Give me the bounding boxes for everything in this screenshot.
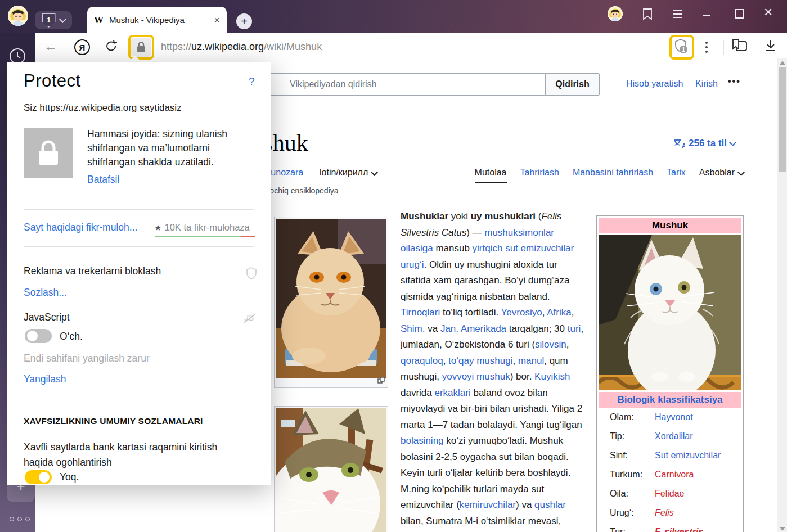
taxonomy-value-link[interactable]: Felidae	[655, 489, 684, 499]
tab-counter-button[interactable]: 1	[35, 11, 72, 29]
article-link[interactable]: kemiruvchilar	[460, 499, 516, 510]
scroll-down-icon[interactable]	[780, 527, 785, 531]
profile-avatar-small[interactable]	[608, 6, 623, 21]
taxonomy-value-link[interactable]: Carnivora	[655, 470, 694, 480]
current-site-text: Siz https://uz.wikipedia.org saytidasiz	[24, 102, 182, 114]
scroll-up-icon[interactable]	[780, 61, 785, 65]
taxonomy-rank-label: Sinf:	[610, 450, 655, 461]
enlarge-icon[interactable]	[377, 376, 385, 386]
close-button[interactable]: ×	[764, 4, 772, 19]
url-bar[interactable]: https://uz.wikipedia.org/wiki/Mushuk	[161, 41, 322, 53]
languages-label: 256 ta til	[689, 138, 727, 149]
feedback-rating-bar	[155, 236, 255, 237]
article-text: yoki	[448, 211, 471, 222]
article-link[interactable]: yovvoyi mushuk	[442, 371, 510, 382]
article-text: tarqalgan; 30	[506, 323, 568, 334]
article-text: ,	[512, 355, 518, 366]
article-link[interactable]: manul	[518, 355, 544, 366]
adblock-label: Reklama va trekerlarni bloklash	[24, 265, 161, 277]
reload-page-link[interactable]: Yangilash	[24, 373, 66, 385]
reload-button[interactable]	[105, 39, 118, 55]
login-link[interactable]: Kirish	[695, 79, 718, 89]
taxonomy-rank-label: Tur:	[610, 527, 655, 532]
taxonomy-value-link[interactable]: F. silvestris	[655, 527, 703, 532]
article-link[interactable]: silovsin	[535, 339, 566, 350]
user-more-menu[interactable]: •••	[728, 76, 741, 87]
taxonomy-row: Olam:Hayvonot	[610, 412, 738, 422]
taxonomy-value-link[interactable]: Hayvonot	[655, 412, 693, 422]
protect-shield-button[interactable]: 1	[673, 38, 690, 57]
article-link[interactable]: Afrika	[547, 307, 571, 318]
site-feedback-link[interactable]: Sayt haqidagi fikr-muloh...	[24, 222, 137, 233]
browser-tab[interactable]: W Mushuk - Vikipediya ×	[87, 7, 227, 33]
toolbar-more-icon[interactable]	[705, 42, 708, 53]
create-account-link[interactable]: Hisob yaratish	[626, 79, 683, 89]
article-link[interactable]: qushlar	[534, 499, 566, 510]
maximize-button[interactable]	[735, 9, 744, 19]
article-paragraph: Mushuklar yoki uy mushuklari (Felis Silv…	[401, 209, 584, 532]
article-link[interactable]: Yevrosiyo	[501, 307, 542, 318]
connection-status-text: Hammasi joyida: sizning ulanish shifrlan…	[87, 127, 255, 169]
collections-icon[interactable]	[731, 39, 748, 56]
article-tabs: Mutolaa Tahrirlash Manbasini tahrirlash …	[478, 168, 744, 183]
yandex-search-icon[interactable]: Я	[74, 39, 90, 55]
article-link[interactable]: qoraquloq	[401, 355, 443, 366]
article-image-ginger-cat[interactable]	[274, 217, 388, 388]
taxonomy-value-link[interactable]: Sut emizuvchilar	[655, 450, 721, 461]
download-icon[interactable]	[764, 39, 777, 55]
tab-tahrirlash[interactable]: Tahrirlash	[520, 168, 559, 178]
article-link[interactable]: Jan. Amerikada	[440, 323, 506, 334]
article-link[interactable]: Shim.	[401, 323, 425, 334]
protect-title: Protect	[24, 71, 81, 91]
infobox-section-title[interactable]: Biologik klassifikatsiya	[599, 392, 741, 408]
article-link[interactable]: erkaklari	[434, 387, 470, 398]
search-button[interactable]: Qidirish	[545, 73, 600, 96]
tab-tarix[interactable]: Tarix	[667, 168, 686, 178]
article-image-white-tabby-cat[interactable]	[274, 406, 388, 532]
javascript-toggle[interactable]	[25, 329, 52, 343]
minimize-button[interactable]	[703, 15, 710, 16]
menu-icon[interactable]	[673, 10, 682, 18]
tab-manbasini-tahrirlash[interactable]: Manbasini tahrirlash	[573, 168, 653, 178]
site-lock-button[interactable]	[131, 38, 151, 57]
bank-warning-toggle[interactable]	[25, 470, 52, 484]
article-text: ,	[542, 307, 547, 318]
divider	[24, 246, 254, 247]
infobox-kitten-image[interactable]	[599, 235, 741, 390]
tab-language-variant[interactable]: lotin/кирилл	[320, 168, 377, 178]
article-text: ) bor.	[510, 371, 534, 382]
taxonomy-value-link[interactable]: Felis	[655, 508, 674, 518]
profile-avatar[interactable]	[8, 6, 28, 26]
details-link[interactable]: Batafsil	[87, 174, 119, 186]
back-button[interactable]: ←	[44, 39, 57, 53]
article-text: ,	[572, 307, 574, 318]
taxonomy-value-link[interactable]: Xordalilar	[655, 431, 693, 441]
article-link[interactable]: Kuyikish	[534, 371, 570, 382]
article-link[interactable]: turi	[568, 323, 581, 334]
article-link[interactable]: Tirnoqlari	[401, 307, 440, 318]
security-settings-header: XAVFSIZLIKNING UMUMIY SOZLAMALARI	[24, 416, 203, 426]
new-tab-button[interactable]: +	[236, 13, 252, 29]
tab-asboblar[interactable]: Asboblar	[699, 168, 744, 178]
article-text: davrida	[401, 387, 434, 398]
article-link[interactable]: bolasining	[401, 435, 444, 446]
search-input[interactable]	[269, 73, 546, 96]
notifications-icon[interactable]	[641, 8, 654, 22]
feedback-count-label: 10K ta fikr-mulohaza	[164, 222, 249, 233]
sidebar-more-icon[interactable]	[10, 517, 30, 521]
taxonomy-row: Turkum:Carnivora	[610, 470, 738, 480]
chevron-down-icon	[371, 169, 378, 176]
chevron-down-icon	[729, 139, 736, 146]
tab-title: Mushuk - Vikipediya	[109, 15, 208, 25]
chevron-down-icon	[737, 169, 745, 176]
adblock-settings-link[interactable]: Sozlash...	[24, 287, 67, 299]
article-text: uy mushuklari	[471, 211, 536, 222]
article-link[interactable]: to‘qay mushugi	[448, 355, 512, 366]
scrollbar-thumb[interactable]	[779, 67, 786, 172]
tab-close-icon[interactable]: ×	[214, 15, 220, 25]
article-text: Mushuklar	[401, 211, 448, 222]
article-text: va	[425, 323, 440, 334]
tab-mutolaa[interactable]: Mutolaa	[475, 168, 507, 183]
languages-button[interactable]: A 256 ta til	[673, 138, 735, 149]
help-link[interactable]: ?	[249, 75, 255, 88]
